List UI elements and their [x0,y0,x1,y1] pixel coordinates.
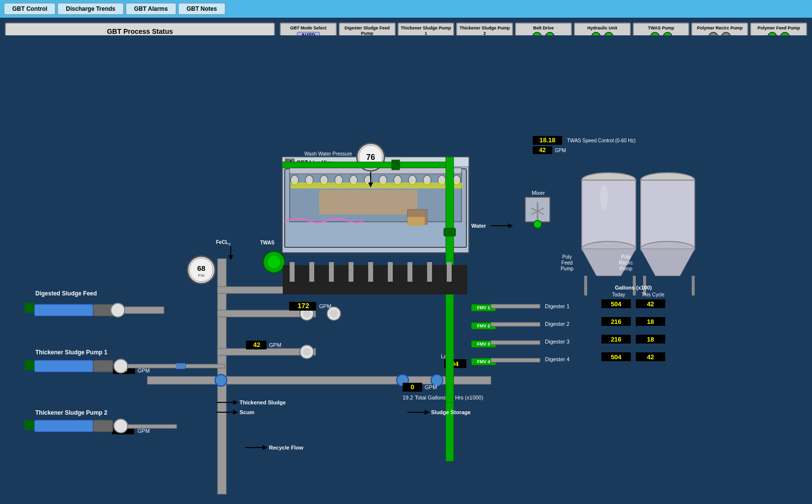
svg-text:Poly: Poly [562,254,571,260]
tab-gbt-alarms[interactable]: GBT Alarms [126,3,176,15]
svg-rect-89 [692,276,695,295]
svg-rect-141 [125,307,164,314]
svg-text:Sludge Storage: Sludge Storage [431,409,471,415]
svg-text:68: 68 [197,264,206,272]
svg-text:GPM: GPM [319,303,331,309]
svg-rect-158 [34,420,93,432]
svg-rect-187 [309,262,314,282]
twas-pump-title: TWAS Pump [648,26,675,31]
svg-point-97 [215,374,227,386]
svg-text:Recirc: Recirc [619,260,633,265]
svg-text:TWAS: TWAS [260,240,274,245]
svg-text:Scum: Scum [240,409,254,415]
thickener-1-title: Thickener Sludge Pump 1 [401,26,452,36]
svg-point-160 [114,419,128,433]
tab-discharge-trends[interactable]: Discharge Trends [57,3,124,15]
svg-text:Recycle Flow: Recycle Flow [269,445,303,451]
svg-text:216: 216 [611,336,622,343]
svg-rect-108 [491,304,540,308]
svg-point-149 [114,359,128,373]
svg-text:This Cycle: This Cycle [642,292,665,297]
svg-rect-78 [582,180,636,249]
svg-text:FMV 4: FMV 4 [477,359,490,364]
svg-point-49 [267,255,281,269]
svg-text:3: 3 [228,242,231,246]
process-diagram-svg: 18.18 TWAS Speed Control (0-60 Hz) 42 GP… [0,35,812,504]
svg-text:Digester 1: Digester 1 [545,303,569,309]
svg-text:GPM: GPM [137,428,150,434]
svg-text:Pump: Pump [561,266,574,271]
svg-text:18: 18 [647,318,654,325]
svg-rect-192 [407,262,412,282]
svg-text:504: 504 [611,353,622,361]
poly-feed-title: Polymer Feed Pump [758,26,800,31]
svg-text:FMV 2: FMV 2 [477,323,490,328]
belt-drive-title: Belt Drive [533,26,554,31]
svg-text:42: 42 [539,147,546,154]
svg-text:GPM: GPM [137,368,150,373]
svg-text:172: 172 [298,302,309,310]
svg-rect-183 [444,228,456,236]
svg-text:Wash Water Pressure: Wash Water Pressure [304,151,352,157]
svg-text:TWAS Speed Control (0-60 Hz): TWAS Speed Control (0-60 Hz) [567,138,636,143]
svg-text:FMV 3: FMV 3 [477,342,490,346]
svg-rect-67 [392,160,400,170]
digester-feed-title: Digester Sludge Feed Pump [342,26,393,36]
svg-rect-188 [329,262,334,282]
svg-rect-189 [349,262,353,282]
svg-rect-111 [491,358,540,362]
svg-text:Gallons (x100): Gallons (x100) [615,285,652,291]
svg-text:42: 42 [647,300,654,308]
svg-text:Today: Today [612,292,625,297]
svg-rect-193 [427,262,432,282]
svg-text:Thickener Sludge Pump 2: Thickener Sludge Pump 2 [35,409,108,416]
svg-point-55 [330,310,338,318]
svg-point-76 [534,220,541,228]
svg-text:Water: Water [471,223,487,229]
svg-text:Thickened Sludge: Thickened Sludge [240,399,286,405]
svg-rect-109 [491,322,540,326]
svg-text:GPM: GPM [555,148,566,153]
svg-text:Digested Sludge Feed: Digested Sludge Feed [35,290,97,297]
top-bar: GBT Control Discharge Trends GBT Alarms … [0,0,812,18]
svg-text:18.18: 18.18 [540,136,556,144]
svg-rect-190 [368,262,373,282]
svg-rect-191 [388,262,393,282]
svg-text:19.2: 19.2 [403,395,413,400]
svg-rect-110 [491,341,540,345]
svg-rect-151 [128,364,177,368]
svg-text:GPM: GPM [425,384,437,390]
gbt-mode-title: GBT Mode Select [290,26,326,31]
svg-text:76: 76 [366,153,375,161]
svg-text:Digester 2: Digester 2 [545,321,569,327]
svg-rect-147 [34,360,93,372]
svg-point-83 [600,185,608,210]
process-status-title: GBT Process Status [10,27,270,35]
svg-text:FMV 1: FMV 1 [477,305,490,310]
svg-text:0: 0 [410,383,414,391]
svg-text:Pump: Pump [620,266,633,271]
thickener-2-title: Thickener Sludge Pump 2 [459,26,510,36]
svg-text:504: 504 [611,300,622,308]
svg-text:GPM: GPM [269,342,281,348]
svg-text:Feed: Feed [562,260,573,265]
svg-rect-186 [290,262,295,282]
svg-rect-152 [186,364,225,368]
svg-point-140 [111,303,125,317]
svg-rect-159 [93,420,113,432]
svg-rect-146 [25,360,34,370]
tab-gbt-control[interactable]: GBT Control [4,3,55,15]
svg-rect-85 [641,180,695,249]
hydraulic-title: Hydraulic Unit [587,26,617,31]
tab-gbt-notes[interactable]: GBT Notes [178,3,225,15]
svg-text:18: 18 [647,336,654,343]
svg-rect-157 [25,420,34,430]
svg-rect-136 [25,303,34,313]
svg-text:Poly: Poly [621,254,630,260]
svg-rect-27 [291,183,462,188]
svg-text:Digester 4: Digester 4 [545,356,569,362]
poly-recirc-title: Polymer Recirc Pump [697,26,743,31]
svg-rect-66 [282,162,446,168]
svg-rect-28 [319,190,417,214]
svg-text:PSI: PSI [198,273,205,278]
